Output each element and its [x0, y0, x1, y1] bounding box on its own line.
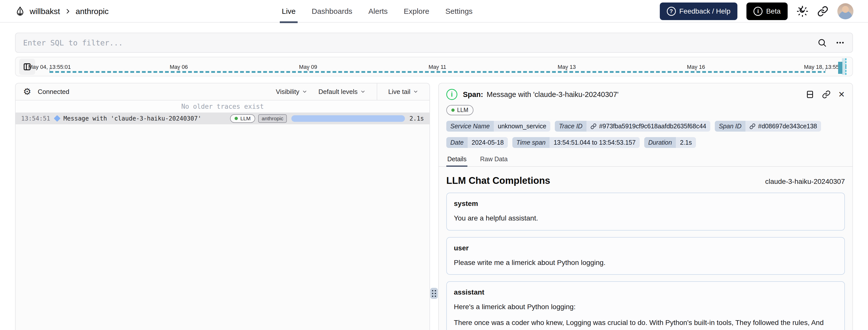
llm-section-header: LLM Chat Completions claude-3-haiku-2024… [439, 167, 852, 186]
link-icon [749, 123, 755, 129]
timeline-tick [437, 67, 438, 71]
timeline-tick [825, 67, 826, 71]
span-detail-panel: i Span: Message with 'claude-3-haiku-202… [438, 83, 853, 330]
message-role: user [454, 244, 837, 252]
info-circle-icon: i [446, 89, 457, 100]
sql-filter-bar [15, 33, 853, 53]
no-older-traces-message: No older traces exist [16, 100, 430, 113]
breadcrumb: willbakst anthropic [15, 0, 109, 23]
timeline-tick [179, 67, 179, 71]
breadcrumb-org[interactable]: willbakst [30, 7, 60, 16]
trace-timestamp: 13:54:51 [21, 115, 50, 122]
close-icon[interactable]: ✕ [838, 90, 845, 98]
timeline-tick [308, 67, 309, 71]
span-detail-actions: ✕ [805, 90, 845, 99]
gear-icon[interactable]: ⚙ [23, 87, 31, 96]
timeline-track[interactable]: May 04, 13:55:01 May 06 May 09 May 11 Ma… [50, 57, 825, 76]
span-title: Message with 'claude-3-haiku-20240307' [487, 90, 619, 99]
message-text: There once was a coder who knew, Logging… [454, 318, 837, 330]
live-tail-section: Live tail [377, 83, 430, 100]
attribute-span-id[interactable]: Span ID #d08697de343ce138 [715, 121, 821, 131]
default-levels-dropdown[interactable]: Default levels [318, 88, 366, 96]
split-view-icon[interactable] [805, 90, 814, 99]
message-role: assistant [454, 288, 837, 296]
chevron-down-icon [360, 89, 366, 94]
trace-row[interactable]: 13:54:51 Message with 'claude-3-haiku-20… [16, 113, 430, 124]
timeline-tick [696, 67, 696, 71]
timeline-selection-highlight [842, 58, 845, 75]
sql-filter-input[interactable] [23, 38, 809, 47]
timeline-activity-line [50, 71, 825, 73]
timeline-histogram[interactable]: May 04, 13:55:01 May 06 May 09 May 11 Ma… [15, 57, 853, 76]
tab-raw-data[interactable]: Raw Data [479, 155, 508, 166]
beta-button[interactable]: i Beta [746, 2, 787, 20]
avatar[interactable] [837, 3, 854, 19]
more-options-icon[interactable] [835, 38, 845, 48]
tab-live[interactable]: Live [282, 0, 296, 23]
span-detail-header: i Span: Message with 'claude-3-haiku-202… [439, 83, 852, 104]
anthropic-tag[interactable]: anthropic [258, 114, 287, 123]
connection-status: Connected [38, 88, 69, 96]
message-card-assistant: assistant Here's a limerick about Python… [446, 281, 845, 330]
question-circle-icon: ? [667, 7, 676, 16]
trace-duration: 2.1s [409, 115, 424, 122]
info-badge-icon: i [753, 7, 763, 16]
theme-toggle-icon[interactable] [797, 5, 808, 17]
tab-settings[interactable]: Settings [445, 0, 472, 23]
header-actions: ? Feedback / Help i Beta [660, 0, 854, 23]
message-text: Here's a limerick about Python logging: [454, 302, 837, 312]
trace-title: Message with 'claude-3-haiku-20240307' [64, 115, 202, 122]
span-diamond-icon [54, 115, 61, 122]
chevron-down-icon [413, 89, 418, 94]
llm-tag[interactable]: LLM [230, 114, 255, 123]
breadcrumb-chevron-icon [65, 8, 71, 14]
message-role: system [454, 200, 837, 208]
main-nav-tabs: Live Dashboards Alerts Explore Settings [282, 0, 473, 23]
copy-link-icon[interactable] [822, 90, 831, 99]
trace-tags: LLM anthropic [230, 114, 287, 123]
timeline-tick [567, 67, 567, 71]
feedback-help-button[interactable]: ? Feedback / Help [660, 2, 738, 20]
trace-list-panel: ⚙ Connected Visibility Default levels Li… [15, 83, 430, 330]
attribute-service-name: Service Name unknown_service [446, 121, 550, 131]
span-label: Span: [463, 90, 483, 99]
panel-resize-handle[interactable] [430, 288, 438, 299]
model-name: claude-3-haiku-20240307 [765, 178, 845, 186]
green-dot-icon [451, 109, 455, 112]
message-card-user: user Please write me a limerick about Py… [446, 237, 845, 275]
trace-duration-bar [291, 115, 405, 122]
share-link-icon[interactable] [817, 6, 828, 17]
logfire-logo-icon[interactable] [15, 6, 25, 16]
span-tags: LLM [439, 104, 852, 115]
trace-list-header: ⚙ Connected Visibility Default levels Li… [16, 83, 430, 100]
link-icon [590, 123, 596, 129]
message-text: Please write me a limerick about Python … [454, 258, 837, 268]
trace-list-controls: Visibility Default levels Live tail [276, 83, 430, 100]
attribute-date: Date 2024-05-18 [446, 137, 508, 148]
tab-dashboards[interactable]: Dashboards [312, 0, 352, 23]
llm-tag[interactable]: LLM [446, 105, 473, 115]
timeline-histogram-bar[interactable] [838, 62, 842, 74]
timeline-live-cursor [845, 58, 846, 75]
drag-dots-icon [432, 290, 436, 297]
visibility-dropdown[interactable]: Visibility [276, 88, 307, 96]
tab-alerts[interactable]: Alerts [368, 0, 388, 23]
search-icon[interactable] [817, 38, 827, 48]
message-text: You are a helpful assistant. [454, 213, 837, 223]
attribute-time-span: Time span 13:54:51.044 to 13:54:53.157 [513, 137, 640, 148]
green-dot-icon [235, 117, 238, 120]
tab-explore[interactable]: Explore [404, 0, 430, 23]
top-nav-bar: willbakst anthropic Live Dashboards Aler… [0, 0, 868, 23]
section-title: LLM Chat Completions [446, 175, 550, 186]
span-detail-tabs: Details Raw Data [439, 155, 852, 167]
span-attributes-row-2: Date 2024-05-18 Time span 13:54:51.044 t… [439, 137, 852, 148]
tab-details[interactable]: Details [446, 155, 467, 166]
attribute-trace-id[interactable]: Trace ID #973fba5919cf9c618aafdb2635f68c… [555, 121, 710, 131]
span-attributes-row-1: Service Name unknown_service Trace ID #9… [439, 121, 852, 131]
attribute-duration: Duration 2.1s [644, 137, 696, 148]
chevron-down-icon [302, 89, 307, 94]
timeline-tick [50, 67, 50, 71]
message-card-system: system You are a helpful assistant. [446, 192, 845, 231]
live-tail-dropdown[interactable]: Live tail [388, 88, 418, 96]
breadcrumb-project[interactable]: anthropic [75, 7, 109, 16]
